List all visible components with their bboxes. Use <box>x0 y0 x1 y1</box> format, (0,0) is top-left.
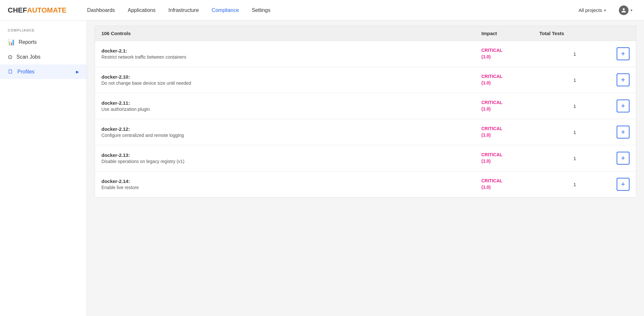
logo[interactable]: CHEF AUTOMATE <box>8 6 67 14</box>
user-menu-button[interactable]: ▾ <box>615 3 636 18</box>
controls-list: docker-2.1: Restrict network traffic bet… <box>95 41 636 197</box>
control-name: docker-2.1: <box>101 48 481 53</box>
impact-cell: CRITICAL(1.0) <box>481 47 539 60</box>
sidebar: COMPLIANCE 📊 Reports ⊙ Scan Jobs 🗋 Profi… <box>0 21 87 316</box>
total-tests-cell: 1 <box>539 156 604 161</box>
reports-icon: 📊 <box>8 39 15 46</box>
table-row: docker-2.12: Configure centralized and r… <box>95 119 636 145</box>
control-description: Restrict network traffic between contain… <box>101 54 481 60</box>
control-name: docker-2.13: <box>101 152 481 158</box>
impact-value: CRITICAL(1.0) <box>481 152 539 164</box>
user-chevron-icon: ▾ <box>630 8 632 13</box>
control-info: docker-2.12: Configure centralized and r… <box>101 126 481 138</box>
profiles-icon: 🗋 <box>8 68 14 75</box>
controls-count-header: 106 Controls <box>101 31 481 36</box>
action-cell: + <box>604 47 630 60</box>
impact-value: CRITICAL(1.0) <box>481 126 539 138</box>
controls-table-header: 106 Controls Impact Total Tests <box>95 26 636 41</box>
total-tests-cell: 1 <box>539 182 604 187</box>
control-name: docker-2.10: <box>101 74 481 80</box>
impact-header: Impact <box>481 31 539 36</box>
sidebar-item-profiles-label: Profiles <box>17 69 34 75</box>
control-name: docker-2.11: <box>101 100 481 106</box>
control-info: docker-2.1: Restrict network traffic bet… <box>101 48 481 60</box>
impact-cell: CRITICAL(1.0) <box>481 100 539 112</box>
sidebar-item-reports[interactable]: 📊 Reports <box>0 35 87 50</box>
action-cell: + <box>604 152 630 165</box>
nav-compliance[interactable]: Compliance <box>206 5 244 16</box>
nav-right: All projects ▾ ▾ <box>575 3 636 18</box>
control-description: Disable operations on legacy registry (v… <box>101 159 481 164</box>
control-name: docker-2.12: <box>101 126 481 132</box>
sidebar-item-scan-jobs-label: Scan Jobs <box>16 54 41 60</box>
add-control-button[interactable]: + <box>617 178 630 191</box>
projects-chevron-icon: ▾ <box>604 8 606 13</box>
main-content: 106 Controls Impact Total Tests docker-2… <box>87 21 644 316</box>
logo-chef-text: CHEF <box>8 6 27 14</box>
action-cell: + <box>604 73 630 86</box>
table-row: docker-2.10: Do not change base device s… <box>95 67 636 93</box>
total-tests-cell: 1 <box>539 103 604 109</box>
control-description: Enable live restore <box>101 185 481 190</box>
all-projects-label: All projects <box>579 7 602 13</box>
action-cell: + <box>604 126 630 139</box>
impact-cell: CRITICAL(1.0) <box>481 73 539 86</box>
impact-cell: CRITICAL(1.0) <box>481 152 539 164</box>
scan-jobs-icon: ⊙ <box>8 53 13 61</box>
impact-value: CRITICAL(1.0) <box>481 178 539 190</box>
table-row: docker-2.11: Use authorization plugin CR… <box>95 93 636 119</box>
control-info: docker-2.13: Disable operations on legac… <box>101 152 481 164</box>
impact-cell: CRITICAL(1.0) <box>481 126 539 138</box>
add-control-button[interactable]: + <box>617 100 630 112</box>
total-tests-cell: 1 <box>539 51 604 57</box>
total-tests-header: Total Tests <box>539 31 604 36</box>
control-info: docker-2.11: Use authorization plugin <box>101 100 481 112</box>
add-control-button[interactable]: + <box>617 152 630 165</box>
profiles-chevron-icon: ▶ <box>76 70 79 74</box>
table-row: docker-2.13: Disable operations on legac… <box>95 145 636 171</box>
control-info: docker-2.14: Enable live restore <box>101 178 481 190</box>
nav-links: Dashboards Applications Infrastructure C… <box>82 5 575 16</box>
control-name: docker-2.14: <box>101 178 481 184</box>
nav-dashboards[interactable]: Dashboards <box>82 5 120 16</box>
action-cell: + <box>604 178 630 191</box>
nav-applications[interactable]: Applications <box>123 5 161 16</box>
control-description: Configure centralized and remote logging <box>101 133 481 138</box>
nav-infrastructure[interactable]: Infrastructure <box>163 5 204 16</box>
impact-cell: CRITICAL(1.0) <box>481 178 539 190</box>
logo-automate-text: AUTOMATE <box>27 6 67 14</box>
table-row: docker-2.1: Restrict network traffic bet… <box>95 41 636 67</box>
table-row: docker-2.14: Enable live restore CRITICA… <box>95 171 636 197</box>
all-projects-button[interactable]: All projects ▾ <box>575 5 610 15</box>
control-description: Do not change base device size until nee… <box>101 81 481 86</box>
sidebar-section-compliance: COMPLIANCE <box>0 28 87 35</box>
total-tests-cell: 1 <box>539 77 604 83</box>
add-control-button[interactable]: + <box>617 126 630 139</box>
control-info: docker-2.10: Do not change base device s… <box>101 74 481 86</box>
total-tests-cell: 1 <box>539 129 604 135</box>
top-navigation: CHEF AUTOMATE Dashboards Applications In… <box>0 0 644 21</box>
app-layout: COMPLIANCE 📊 Reports ⊙ Scan Jobs 🗋 Profi… <box>0 21 644 316</box>
sidebar-item-profiles[interactable]: 🗋 Profiles ▶ <box>0 64 87 79</box>
user-avatar <box>619 5 629 15</box>
impact-value: CRITICAL(1.0) <box>481 73 539 86</box>
add-control-button[interactable]: + <box>617 47 630 60</box>
add-control-button[interactable]: + <box>617 73 630 86</box>
sidebar-item-reports-label: Reports <box>19 39 37 45</box>
nav-settings[interactable]: Settings <box>247 5 276 16</box>
impact-value: CRITICAL(1.0) <box>481 100 539 112</box>
sidebar-item-scan-jobs[interactable]: ⊙ Scan Jobs <box>0 50 87 64</box>
impact-value: CRITICAL(1.0) <box>481 47 539 60</box>
action-header <box>604 31 630 36</box>
action-cell: + <box>604 100 630 112</box>
control-description: Use authorization plugin <box>101 107 481 112</box>
